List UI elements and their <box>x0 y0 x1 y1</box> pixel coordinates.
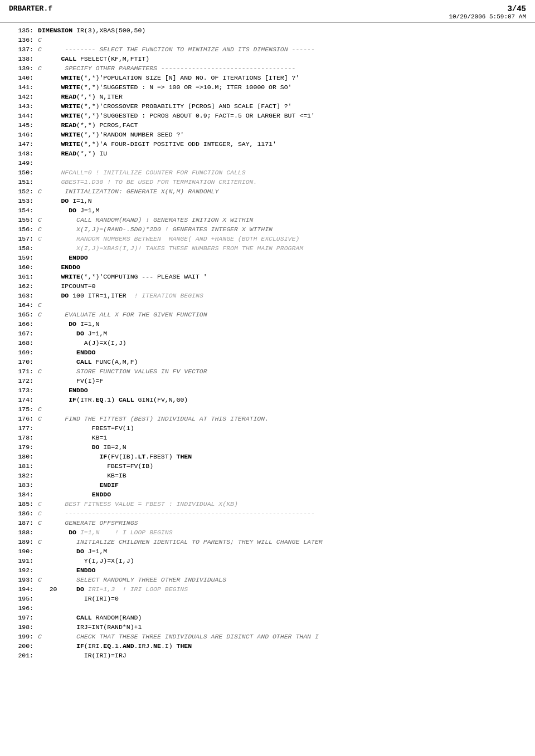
line-content: C --------------------------------------… <box>38 509 526 519</box>
code-line: 170: CALL FUNC(A,M,F) <box>9 358 526 367</box>
code-line: 187:C GENERATE OFFSPRINGS <box>9 519 526 528</box>
code-token-kw: WRITE <box>61 140 80 148</box>
line-number: 191: <box>9 557 38 566</box>
line-number: 164: <box>9 301 38 310</box>
line-number: 168: <box>9 339 38 348</box>
line-content: IPCOUNT=0 <box>38 282 526 291</box>
code-line: 192: ENDDO <box>9 566 526 575</box>
code-token-kw: NE <box>153 642 161 650</box>
code-token-normal <box>38 112 61 119</box>
line-number: 193: <box>9 575 38 585</box>
code-line: 136:C <box>9 36 526 45</box>
code-line: 153: DO I=1,N <box>9 197 526 206</box>
code-token-kw: WRITE <box>61 74 80 81</box>
line-number: 176: <box>9 414 38 424</box>
line-content: ENDDO <box>38 348 526 358</box>
code-token-normal: .1) <box>103 396 119 403</box>
code-line: 186:C ----------------------------------… <box>9 509 526 519</box>
code-token-normal: 100 ITR=1,ITER <box>69 292 127 299</box>
code-token-comment: C STORE FUNCTION VALUES IN FV VECTOR <box>38 368 207 375</box>
code-token-normal: (*,*) PCROS,FACT <box>76 121 138 129</box>
line-content: CALL RANDOM(RAND) <box>38 613 526 623</box>
code-line: 163: DO 100 ITR=1,ITER ! ITERATION BEGIN… <box>9 291 526 301</box>
line-number: 144: <box>9 111 38 121</box>
code-token-normal <box>38 207 69 214</box>
code-token-kw: DO <box>76 330 84 337</box>
line-number: 175: <box>9 405 38 414</box>
code-token-normal: (*,*) N,ITER <box>76 93 123 100</box>
code-token-normal: J=1,M <box>76 207 99 214</box>
line-content: WRITE(*,*)'SUGGESTED : PCROS ABOUT 0.9; … <box>38 111 526 121</box>
code-line: 148: READ(*,*) IU <box>9 149 526 159</box>
line-content: C CALL RANDOM(RAND) ! GENERATES INITION … <box>38 216 526 225</box>
code-token-kw: ENDDO <box>61 264 80 271</box>
code-line: 196: <box>9 604 526 613</box>
line-number: 151: <box>9 178 38 187</box>
code-line: 171:C STORE FUNCTION VALUES IN FV VECTOR <box>9 367 526 377</box>
line-number: 186: <box>9 509 38 519</box>
code-token-normal: I=1,N <box>76 320 99 328</box>
code-token-faded: ! ITERATION BEGINS <box>127 292 203 299</box>
code-token-kw: ENDDO <box>92 491 111 498</box>
code-line: 193:C SELECT RANDOMLY THREE OTHER INDIVI… <box>9 575 526 585</box>
line-number: 192: <box>9 566 38 575</box>
code-line: 150: NFCALL=0 ! INITIALIZE COUNTER FOR F… <box>9 168 526 178</box>
line-number: 166: <box>9 320 38 329</box>
code-token-normal: FSELECT(KF,M,FTIT) <box>76 55 149 62</box>
code-token-comment: C -------- SELECT THE FUNCTION TO MINIMI… <box>38 46 315 53</box>
line-number: 196: <box>9 604 38 613</box>
line-content: C X(I,J)=(RAND-.5D0)*2D0 ! GENERATES INT… <box>38 225 526 235</box>
code-line: 158: X(I,J)=XBAS(I,J)! TAKES THESE NUMBE… <box>9 244 526 253</box>
line-number: 160: <box>9 263 38 272</box>
line-content: FBEST=FV(IB) <box>38 462 526 471</box>
code-token-normal: I=1,N <box>69 197 91 204</box>
code-token-kw: ENDIF <box>99 481 119 489</box>
line-number: 177: <box>9 424 38 433</box>
line-content: ENDDO <box>38 490 526 500</box>
code-line: 143: WRITE(*,*)'CROSSOVER PROBABILITY [P… <box>9 102 526 111</box>
code-token-normal: (*,*)'SUGGESTED : N => 100 OR =>10.M; IT… <box>80 84 292 91</box>
code-token-normal: IR(IRI)=0 <box>38 595 119 602</box>
code-token-normal <box>38 453 99 460</box>
code-line: 141: WRITE(*,*)'SUGGESTED : N => 100 OR … <box>9 83 526 92</box>
code-token-kw: CALL <box>76 358 92 365</box>
line-content: ENDDO <box>38 253 526 263</box>
code-token-normal: FV(I)=F <box>38 377 103 384</box>
line-number: 140: <box>9 74 38 83</box>
line-number: 143: <box>9 102 38 111</box>
line-number: 172: <box>9 377 38 386</box>
line-number: 185: <box>9 500 38 509</box>
code-token-normal: .IRJ. <box>134 642 154 650</box>
line-content: DO I=1,N ! I LOOP BEGINS <box>38 528 526 538</box>
code-token-faded: I=1,N ! I LOOP BEGINS <box>76 529 173 536</box>
line-number: 154: <box>9 206 38 216</box>
code-token-comment: C GENERATE OFFSPRINGS <box>38 519 138 526</box>
line-content: IF(FV(IB).LT.FBEST) THEN <box>38 452 526 462</box>
code-token-kw: DIMENSION <box>38 27 72 34</box>
code-token-normal <box>38 548 76 555</box>
code-token-normal: (*,*)'SUGGESTED : PCROS ABOUT 0.9; FACT=… <box>80 112 315 119</box>
code-line: 179: DO IB=2,N <box>9 443 526 452</box>
line-content: IR(IRI)=IRJ <box>38 651 526 661</box>
code-token-faded: C BEST FITNESS VALUE = FBEST : INDIVIDUA… <box>38 500 238 508</box>
code-line: 160: ENDDO <box>9 263 526 272</box>
code-token-comment: C <box>38 406 42 413</box>
code-token-kw: EQ <box>103 642 111 650</box>
code-token-kw: THEN <box>176 453 192 460</box>
code-line: 200: IF(IRI.EQ.1.AND.IRJ.NE.I) THEN <box>9 642 526 651</box>
line-content: IRJ=INT(RAND*N)+1 <box>38 623 526 632</box>
line-content: ENDIF <box>38 481 526 490</box>
code-line: 166: DO I=1,N <box>9 320 526 329</box>
line-content: C SELECT RANDOMLY THREE OTHER INDIVIDUAL… <box>38 575 526 585</box>
code-token-normal: .FBEST) <box>145 453 176 460</box>
code-token-normal <box>38 529 69 536</box>
code-line: 177: FBEST=FV(1) <box>9 424 526 433</box>
code-line: 147: WRITE(*,*)'A FOUR-DIGIT POSITIVE OD… <box>9 140 526 149</box>
code-token-comment: C SELECT RANDOMLY THREE OTHER INDIVIDUAL… <box>38 576 226 583</box>
code-line: 180: IF(FV(IB).LT.FBEST) THEN <box>9 452 526 462</box>
code-token-kw: DO <box>92 443 100 451</box>
code-line: 201: IR(IRI)=IRJ <box>9 651 526 661</box>
line-content: C -------- SELECT THE FUNCTION TO MINIMI… <box>38 45 526 55</box>
code-line: 184: ENDDO <box>9 490 526 500</box>
line-content: READ(*,*) PCROS,FACT <box>38 121 526 130</box>
